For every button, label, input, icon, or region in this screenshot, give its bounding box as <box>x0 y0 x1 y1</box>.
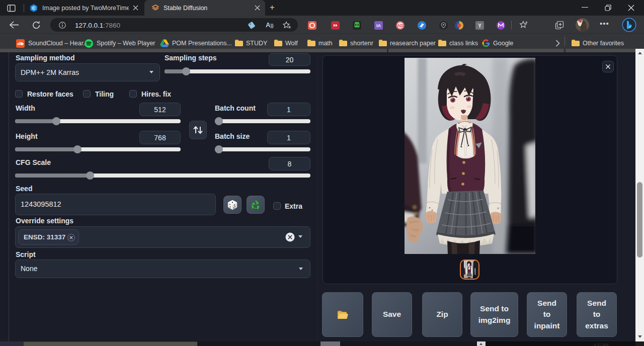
svg-text:Y: Y <box>478 23 481 29</box>
svg-text:C: C <box>32 6 36 11</box>
svg-text:AD: AD <box>397 23 403 28</box>
svg-text:IA: IA <box>376 23 381 28</box>
